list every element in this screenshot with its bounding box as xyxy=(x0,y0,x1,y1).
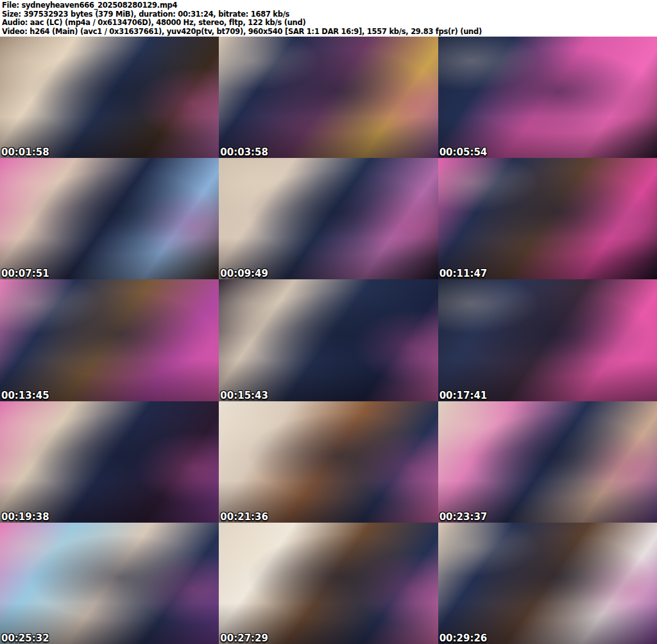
thumbnail-frame: 00:25:32 xyxy=(0,523,219,644)
metadata-header: File: sydneyheaven666_202508280129.mp4 S… xyxy=(0,0,657,37)
thumbnail-frame: 00:29:26 xyxy=(438,523,657,644)
timestamp-label: 00:13:45 xyxy=(1,390,49,401)
thumbnail-frame: 00:05:54 xyxy=(438,37,657,158)
meta-line-file: File: sydneyheaven666_202508280129.mp4 xyxy=(2,1,604,10)
timestamp-label: 00:11:47 xyxy=(439,268,488,279)
meta-line-video: Video: h264 (Main) (avc1 / 0x31637661), … xyxy=(2,27,604,36)
thumbnail-frame: 00:03:58 xyxy=(219,37,438,158)
meta-line-size: Size: 397532923 bytes (379 MiB), duratio… xyxy=(2,10,604,19)
timestamp-label: 00:05:54 xyxy=(439,146,488,158)
timestamp-label: 00:27:29 xyxy=(220,632,268,644)
thumbnail-frame: 00:23:37 xyxy=(438,401,657,523)
thumbnail-frame: 00:17:41 xyxy=(438,279,657,401)
contact-sheet: File: sydneyheaven666_202508280129.mp4 S… xyxy=(0,0,657,644)
timestamp-label: 00:15:43 xyxy=(220,390,268,401)
timestamp-label: 00:17:41 xyxy=(439,390,488,401)
thumbnail-frame: 00:13:45 xyxy=(0,279,219,401)
thumbnail-frame: 00:21:36 xyxy=(219,401,438,523)
thumbnail-frame: 00:19:38 xyxy=(0,401,219,523)
thumbnail-frame: 00:01:58 xyxy=(0,37,219,158)
timestamp-label: 00:23:37 xyxy=(439,511,488,523)
timestamp-label: 00:25:32 xyxy=(1,632,49,644)
timestamp-label: 00:21:36 xyxy=(220,511,268,523)
thumbnail-frame: 00:15:43 xyxy=(219,279,438,401)
meta-line-audio: Audio: aac (LC) (mp4a / 0x6134706D), 480… xyxy=(2,18,604,27)
thumbnail-grid: 00:01:58 00:03:58 00:05:54 00:07:51 00:0… xyxy=(0,37,657,644)
timestamp-label: 00:07:51 xyxy=(1,268,49,279)
timestamp-label: 00:29:26 xyxy=(439,632,488,644)
thumbnail-frame: 00:07:51 xyxy=(0,158,219,279)
thumbnail-frame: 00:27:29 xyxy=(219,523,438,644)
timestamp-label: 00:19:38 xyxy=(1,511,49,523)
timestamp-label: 00:09:49 xyxy=(220,268,268,279)
timestamp-label: 00:03:58 xyxy=(220,146,268,158)
thumbnail-frame: 00:11:47 xyxy=(438,158,657,279)
timestamp-label: 00:01:58 xyxy=(1,146,49,158)
thumbnail-frame: 00:09:49 xyxy=(219,158,438,279)
